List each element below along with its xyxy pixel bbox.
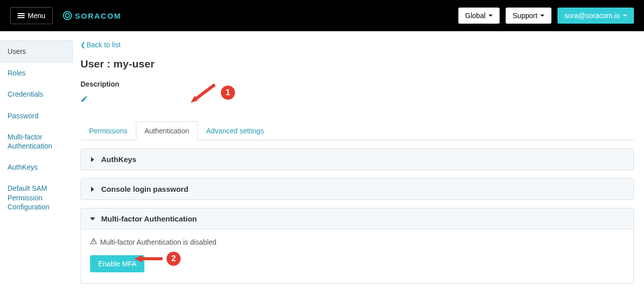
pencil-icon bbox=[80, 95, 88, 103]
description-heading: Description bbox=[80, 80, 634, 88]
account-label: sora@soracom.io bbox=[565, 12, 620, 20]
logo-icon bbox=[63, 11, 72, 20]
header-right: Global Support sora@soracom.io bbox=[458, 8, 634, 24]
warning-icon bbox=[90, 238, 97, 246]
tab-authentication[interactable]: Authentication bbox=[136, 121, 198, 140]
annotation-number: 2 bbox=[172, 254, 176, 263]
tab-label: Permissions bbox=[89, 127, 127, 135]
sidebar-item-label: Users bbox=[8, 47, 26, 55]
sidebar-item-label: Multi-factor Authentication bbox=[8, 133, 52, 150]
panel-authkeys: AuthKeys bbox=[80, 148, 634, 170]
sidebar-item-mfa[interactable]: Multi-factor Authentication bbox=[0, 126, 73, 157]
sidebar-item-label: AuthKeys bbox=[8, 163, 38, 171]
caret-down-icon bbox=[623, 15, 627, 17]
panel-header-mfa[interactable]: Multi-factor Authentication bbox=[81, 208, 633, 229]
panel-title: Console login password bbox=[101, 185, 188, 193]
chevron-left-icon: ❮ bbox=[80, 41, 86, 48]
back-to-list-link[interactable]: ❮ Back to list bbox=[80, 41, 121, 49]
annotation-2: 2 bbox=[133, 252, 181, 266]
panel-title: AuthKeys bbox=[101, 155, 136, 164]
tab-label: Authentication bbox=[144, 127, 189, 135]
brand-text: SORACOM bbox=[75, 12, 121, 20]
sidebar-item-password[interactable]: Password bbox=[0, 105, 73, 126]
support-dropdown[interactable]: Support bbox=[506, 8, 551, 24]
sidebar-item-label: Password bbox=[8, 112, 38, 120]
header-left: Menu SORACOM bbox=[10, 7, 121, 24]
brand-logo[interactable]: SORACOM bbox=[63, 11, 121, 20]
hamburger-icon bbox=[18, 13, 25, 18]
panel-header-password[interactable]: Console login password bbox=[81, 179, 633, 199]
global-dropdown[interactable]: Global bbox=[458, 8, 500, 24]
edit-description-button[interactable] bbox=[80, 95, 634, 105]
tab-label: Advanced settings bbox=[206, 127, 264, 135]
panel-mfa: Multi-factor Authentication Multi-factor… bbox=[80, 208, 634, 284]
chevron-right-icon bbox=[90, 155, 95, 164]
mfa-status-text: Multi-factor Authentication is disabled bbox=[100, 238, 216, 246]
sidebar: Users Roles Credentials Password Multi-f… bbox=[0, 31, 73, 297]
chevron-down-icon bbox=[90, 214, 95, 223]
sidebar-item-credentials[interactable]: Credentials bbox=[0, 84, 73, 105]
caret-down-icon bbox=[489, 15, 493, 17]
chevron-right-icon bbox=[90, 185, 95, 193]
panel-title: Multi-factor Authentication bbox=[101, 214, 197, 223]
app-header: Menu SORACOM Global Support sora@soracom… bbox=[0, 0, 644, 31]
global-label: Global bbox=[465, 12, 486, 20]
tab-permissions[interactable]: Permissions bbox=[80, 121, 136, 140]
sidebar-item-label: Default SAM Permission Configuration bbox=[8, 184, 49, 210]
sidebar-item-users[interactable]: Users bbox=[0, 40, 73, 62]
panel-header-authkeys[interactable]: AuthKeys bbox=[81, 149, 633, 170]
sidebar-item-roles[interactable]: Roles bbox=[0, 62, 73, 84]
annotation-number: 1 bbox=[226, 88, 230, 97]
mfa-status: Multi-factor Authentication is disabled bbox=[90, 238, 624, 246]
menu-button-label: Menu bbox=[28, 12, 45, 20]
support-label: Support bbox=[513, 12, 537, 20]
caret-down-icon bbox=[540, 15, 544, 17]
main-content: ❮ Back to list User : my-user Descriptio… bbox=[73, 31, 644, 297]
tab-advanced-settings[interactable]: Advanced settings bbox=[198, 121, 272, 140]
back-label: Back to list bbox=[87, 41, 121, 49]
account-dropdown[interactable]: sora@soracom.io bbox=[557, 8, 634, 24]
arrow-icon bbox=[189, 82, 218, 104]
sidebar-item-label: Credentials bbox=[8, 90, 43, 98]
annotation-bubble-2: 2 bbox=[167, 252, 181, 266]
page-title: User : my-user bbox=[80, 58, 634, 70]
menu-button[interactable]: Menu bbox=[10, 7, 53, 24]
panel-password: Console login password bbox=[80, 178, 634, 200]
enable-mfa-label: Enable MFA bbox=[98, 260, 136, 268]
sidebar-item-authkeys[interactable]: AuthKeys bbox=[0, 157, 73, 178]
arrow-icon bbox=[133, 254, 164, 264]
sidebar-item-default-sam[interactable]: Default SAM Permission Configuration bbox=[0, 178, 73, 217]
annotation-bubble-1: 1 bbox=[221, 86, 235, 100]
tabs: Permissions Authentication Advanced sett… bbox=[80, 121, 634, 140]
annotation-1: 1 bbox=[189, 82, 235, 104]
sidebar-item-label: Roles bbox=[8, 69, 26, 77]
